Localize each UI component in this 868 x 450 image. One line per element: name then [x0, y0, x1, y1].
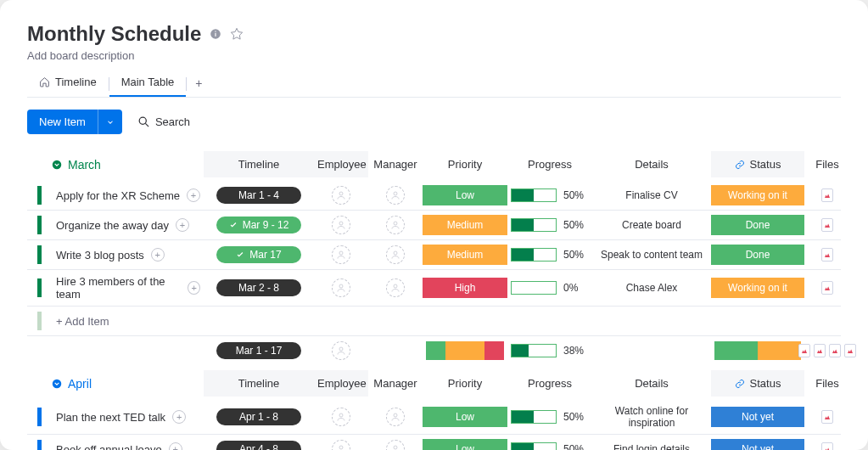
summary-employee-march[interactable] [332, 341, 350, 360]
col-files[interactable]: Files [804, 151, 850, 177]
details-cell[interactable]: Find login details [613, 443, 690, 450]
task-name[interactable]: Apply for the XR Scheme [56, 189, 180, 202]
timeline-chip[interactable]: Mar 2 - 8 [216, 279, 301, 296]
add-subitem-icon[interactable]: + [188, 281, 200, 295]
file-icon[interactable] [814, 344, 826, 357]
status-cell[interactable]: Not yet [711, 407, 804, 427]
add-subitem-icon[interactable]: + [176, 218, 189, 232]
employee-avatar[interactable] [332, 440, 350, 450]
status-cell[interactable]: Working on it [711, 278, 804, 298]
progress-bar[interactable] [511, 442, 557, 450]
progress-bar[interactable] [511, 188, 557, 202]
timeline-chip[interactable]: Apr 1 - 8 [216, 408, 301, 425]
col-timeline[interactable]: Timeline [204, 370, 314, 397]
priority-cell[interactable]: Low [423, 185, 507, 205]
table-row[interactable]: Plan the next TED talk+Apr 1 - 8Low50%Wa… [27, 400, 841, 435]
file-icon[interactable] [821, 281, 833, 295]
file-icon[interactable] [798, 344, 810, 357]
file-icon[interactable] [821, 442, 833, 450]
table-row[interactable]: Hire 3 members of the team+Mar 2 - 8High… [27, 270, 841, 307]
status-cell[interactable]: Working on it [711, 185, 804, 205]
details-cell[interactable]: Create board [622, 219, 681, 231]
col-employee[interactable]: Employee [314, 370, 368, 397]
col-priority[interactable]: Priority [423, 151, 507, 177]
file-icon[interactable] [821, 410, 833, 424]
add-subitem-icon[interactable]: + [151, 248, 165, 262]
priority-cell[interactable]: Medium [423, 215, 507, 235]
file-icon[interactable] [821, 188, 833, 202]
task-name[interactable]: Book off annual leave [56, 443, 162, 451]
col-manager[interactable]: Manager [368, 151, 423, 177]
group-toggle-april[interactable]: April [51, 377, 204, 391]
priority-cell[interactable]: Low [423, 407, 507, 427]
manager-avatar[interactable] [386, 278, 405, 297]
priority-cell[interactable]: Low [423, 439, 507, 450]
manager-avatar[interactable] [386, 186, 405, 205]
col-progress[interactable]: Progress [507, 370, 592, 397]
star-icon[interactable] [230, 27, 244, 41]
progress-bar[interactable] [511, 218, 557, 232]
file-icon[interactable] [844, 344, 856, 357]
file-icon[interactable] [829, 344, 841, 357]
table-row[interactable]: Book off annual leave+Apr 4 - 8Low50%Fin… [27, 435, 841, 450]
new-item-button[interactable]: New Item [27, 110, 98, 134]
add-subitem-icon[interactable]: + [187, 188, 200, 202]
manager-avatar[interactable] [386, 216, 405, 234]
col-details[interactable]: Details [592, 151, 711, 177]
col-files[interactable]: Files [804, 370, 850, 397]
file-icon[interactable] [821, 248, 833, 262]
employee-avatar[interactable] [332, 408, 350, 426]
col-timeline[interactable]: Timeline [204, 151, 314, 177]
col-progress[interactable]: Progress [507, 151, 592, 177]
employee-avatar[interactable] [332, 278, 350, 297]
col-status[interactable]: Status [711, 151, 804, 177]
add-subitem-icon[interactable]: + [172, 410, 186, 424]
file-icon[interactable] [821, 218, 833, 232]
progress-bar[interactable] [511, 248, 557, 262]
priority-cell[interactable]: High [423, 278, 507, 298]
manager-avatar[interactable] [386, 440, 405, 450]
col-details[interactable]: Details [592, 370, 711, 397]
col-employee[interactable]: Employee [314, 151, 368, 177]
status-cell[interactable]: Done [711, 215, 804, 235]
table-row[interactable]: Apply for the XR Scheme+Mar 1 - 4Low50%F… [27, 181, 841, 211]
group-toggle-march[interactable]: March [51, 158, 204, 172]
manager-avatar[interactable] [386, 245, 405, 264]
details-cell[interactable]: Finalise CV [625, 189, 677, 201]
col-manager[interactable]: Manager [368, 370, 423, 397]
table-row[interactable]: Write 3 blog posts+Mar 17Medium50%Speak … [27, 240, 841, 270]
manager-avatar[interactable] [386, 408, 405, 426]
employee-avatar[interactable] [332, 186, 350, 205]
task-name[interactable]: Plan the next TED talk [56, 411, 165, 424]
add-item-march[interactable]: + Add Item [51, 308, 850, 335]
details-cell[interactable]: Chase Alex [626, 282, 678, 294]
new-item-dropdown[interactable] [98, 110, 122, 134]
table-row[interactable]: Organize the away day+Mar 9 - 12Medium50… [27, 211, 841, 240]
summary-files-march[interactable] [798, 344, 856, 357]
task-name[interactable]: Organize the away day [56, 219, 169, 232]
task-name[interactable]: Hire 3 members of the team [56, 275, 181, 301]
employee-avatar[interactable] [332, 216, 350, 234]
search-button[interactable]: Search [137, 115, 190, 128]
col-priority[interactable]: Priority [423, 370, 507, 397]
details-cell[interactable]: Speak to content team [601, 249, 703, 261]
priority-cell[interactable]: Medium [423, 245, 507, 265]
status-cell[interactable]: Done [711, 245, 804, 265]
timeline-chip[interactable]: Mar 17 [216, 246, 301, 263]
timeline-chip[interactable]: Apr 4 - 8 [216, 441, 301, 450]
task-name[interactable]: Write 3 blog posts [56, 249, 144, 262]
add-subitem-icon[interactable]: + [169, 442, 182, 450]
info-icon[interactable] [210, 28, 221, 40]
status-cell[interactable]: Not yet [711, 439, 804, 450]
col-status[interactable]: Status [711, 370, 804, 397]
tab-timeline[interactable]: Timeline [27, 70, 109, 97]
tab-main-table[interactable]: Main Table [109, 70, 187, 97]
timeline-chip[interactable]: Mar 1 - 4 [216, 187, 301, 204]
timeline-chip[interactable]: Mar 9 - 12 [216, 217, 301, 233]
employee-avatar[interactable] [332, 245, 350, 264]
board-description[interactable]: Add board description [27, 49, 841, 62]
details-cell[interactable]: Watch online for inspiration [596, 405, 708, 429]
add-tab-button[interactable]: + [187, 71, 210, 97]
progress-bar[interactable] [511, 410, 557, 424]
progress-bar[interactable] [511, 281, 557, 295]
